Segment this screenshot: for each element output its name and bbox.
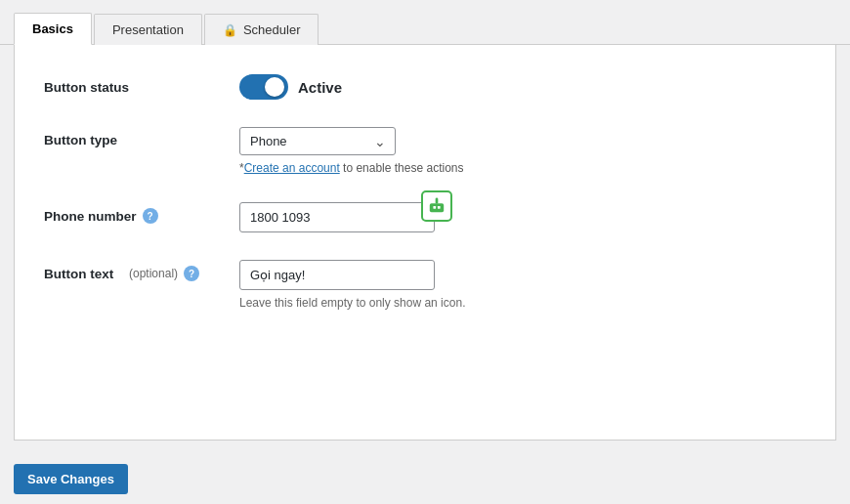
button-status-label: Button status (44, 74, 239, 95)
svg-rect-0 (430, 203, 444, 212)
svg-point-4 (436, 197, 439, 200)
button-type-row: Button type Phone Email Chat Custom ⌄ *C… (44, 127, 806, 175)
optional-label: (optional) (129, 267, 178, 280)
toggle-wrapper: Active (239, 74, 806, 100)
tab-presentation-label: Presentation (112, 22, 184, 37)
lock-icon: 🔒 (223, 23, 237, 37)
phone-input-wrapper (239, 202, 435, 232)
button-text-control: Leave this field empty to only show an i… (239, 260, 806, 310)
tab-presentation[interactable]: Presentation (94, 14, 202, 45)
tab-scheduler-label: Scheduler (243, 22, 301, 37)
phone-number-help-icon[interactable]: ? (143, 208, 158, 224)
save-changes-button[interactable]: Save Changes (14, 464, 128, 494)
button-status-row: Button status Active (44, 74, 806, 100)
button-type-control: Phone Email Chat Custom ⌄ *Create an acc… (239, 127, 806, 175)
button-text-label: Button text (optional) ? (44, 260, 239, 281)
tab-basics[interactable]: Basics (14, 13, 92, 45)
status-text: Active (298, 79, 342, 96)
toggle-track (239, 74, 288, 100)
button-type-select[interactable]: Phone Email Chat Custom (239, 127, 396, 155)
robot-icon (428, 197, 446, 215)
tab-scheduler[interactable]: 🔒 Scheduler (204, 14, 319, 45)
button-text-row: Button text (optional) ? Leave this fiel… (44, 260, 806, 310)
button-text-help-icon[interactable]: ? (184, 266, 199, 281)
select-wrapper: Phone Email Chat Custom ⌄ (239, 127, 396, 155)
phone-number-control (239, 202, 806, 232)
button-type-label: Button type (44, 127, 239, 147)
robot-icon-badge (421, 190, 452, 222)
status-toggle[interactable] (239, 74, 288, 100)
button-text-input[interactable] (239, 260, 435, 290)
page-container: Basics Presentation 🔒 Scheduler Button s… (0, 0, 850, 504)
content-area: Button status Active Button type (14, 45, 836, 441)
toggle-thumb (265, 77, 284, 97)
button-status-control: Active (239, 74, 806, 100)
tab-basics-label: Basics (32, 21, 73, 36)
tabs-container: Basics Presentation 🔒 Scheduler (0, 0, 850, 45)
phone-number-input[interactable] (239, 202, 435, 232)
create-account-helper: *Create an account to enable these actio… (239, 161, 806, 175)
button-text-hint: Leave this field empty to only show an i… (239, 296, 806, 310)
svg-rect-2 (438, 206, 441, 209)
svg-rect-1 (433, 206, 436, 209)
phone-number-label: Phone number ? (44, 202, 239, 224)
phone-number-row: Phone number ? (44, 202, 806, 232)
create-account-link[interactable]: Create an account (244, 161, 340, 175)
bottom-bar: Save Changes (0, 454, 850, 504)
